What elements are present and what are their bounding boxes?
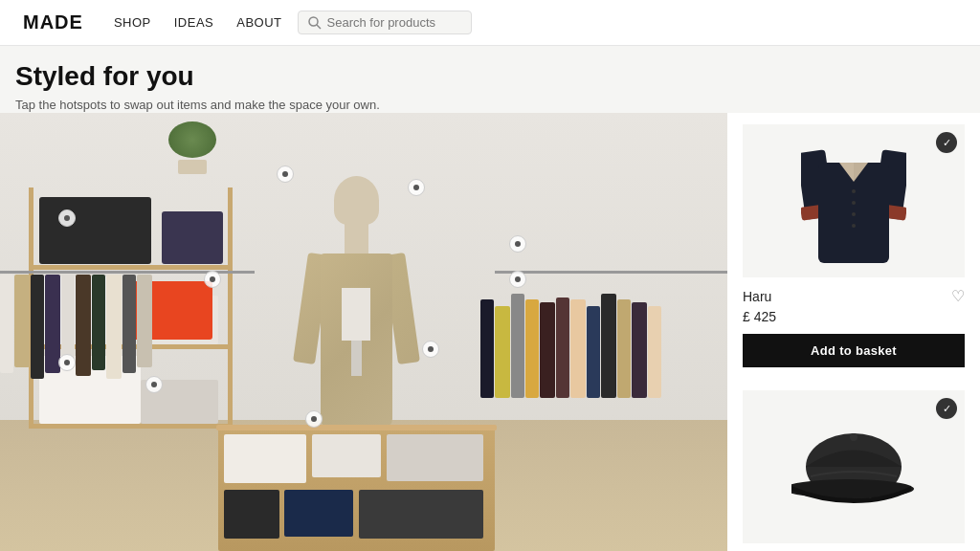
- nav-ideas[interactable]: IDEAS: [174, 15, 214, 30]
- plant-pot: [178, 160, 207, 174]
- rgarment-3: [511, 294, 524, 398]
- rgarment-12: [648, 306, 661, 398]
- table-item-2: [312, 434, 381, 477]
- cap-svg: [791, 424, 916, 510]
- hanging-clothes-right: [480, 275, 727, 397]
- hotspot-10[interactable]: [509, 271, 526, 288]
- mannequin-jacket: [321, 253, 391, 429]
- mannequin-shirt: [342, 288, 370, 341]
- svg-point-11: [852, 212, 856, 216]
- product-2-badge: ✓: [936, 398, 957, 419]
- hotspot-7[interactable]: [145, 376, 163, 393]
- image-area: [0, 113, 727, 551]
- wishlist-icon-1[interactable]: ♡: [951, 287, 965, 305]
- product-1-price: £ 425: [743, 309, 965, 324]
- svg-point-15: [850, 433, 858, 441]
- mannequin-head: [334, 176, 379, 224]
- center-mannequin: [305, 209, 407, 429]
- rack-bar-right: [495, 271, 727, 274]
- garment-6: [76, 275, 91, 375]
- main-layout: ✓ Haru ♡ £ 425 Add to basket: [0, 113, 980, 551]
- rgarment-1: [480, 299, 494, 398]
- rgarment-6: [556, 298, 569, 398]
- table-item-1: [224, 434, 307, 483]
- mannequin-neck: [345, 220, 369, 253]
- product-image-2: ✓: [743, 390, 965, 543]
- garment-8: [106, 275, 122, 379]
- hotspot-3[interactable]: [408, 179, 425, 196]
- main-nav: SHOP IDEAS ABOUT: [114, 15, 282, 30]
- garment-1: [0, 275, 13, 373]
- folded-item-1: [39, 197, 151, 265]
- search-bar[interactable]: [298, 11, 472, 34]
- product-1-name: Haru: [743, 289, 771, 304]
- table-item-3: [387, 434, 483, 481]
- product-card-1: ✓ Haru ♡ £ 425 Add to basket: [743, 124, 965, 375]
- hotspot-6[interactable]: [58, 354, 76, 371]
- shelf-h3: [29, 424, 233, 429]
- rgarment-10: [617, 299, 631, 398]
- product-image-1: ✓: [743, 124, 965, 277]
- garment-4: [45, 275, 60, 373]
- page-title: Styled for you: [15, 61, 965, 92]
- hanging-clothes-left: [0, 275, 255, 397]
- table-item-dark: [224, 490, 279, 539]
- svg-point-10: [852, 201, 856, 205]
- shelf-h1: [29, 265, 233, 270]
- logo[interactable]: MADE: [23, 11, 83, 33]
- nav-about[interactable]: ABOUT: [236, 15, 281, 30]
- plant-leaves: [168, 121, 216, 158]
- mannequin-tie: [351, 341, 361, 376]
- table-item-blue: [284, 490, 353, 537]
- rgarment-9: [601, 294, 616, 398]
- plant-decoration: [174, 121, 211, 174]
- garment-7: [92, 275, 105, 370]
- garment-3: [31, 275, 44, 379]
- header: MADE SHOP IDEAS ABOUT: [0, 0, 980, 46]
- store-scene: [0, 113, 727, 551]
- svg-point-0: [309, 17, 318, 26]
- rgarment-2: [495, 306, 510, 398]
- svg-line-1: [317, 25, 321, 29]
- nav-shop[interactable]: SHOP: [114, 15, 151, 30]
- hotspot-8[interactable]: [422, 341, 439, 358]
- search-input[interactable]: [327, 15, 461, 30]
- product-card-2: ✓ Haru ♡ £ 425 Add to basket: [743, 390, 965, 551]
- display-table: [218, 429, 495, 551]
- svg-point-12: [852, 224, 856, 228]
- garment-10: [137, 275, 152, 366]
- add-to-basket-1[interactable]: Add to basket: [743, 334, 965, 367]
- product-panel: ✓ Haru ♡ £ 425 Add to basket: [727, 113, 980, 551]
- rgarment-4: [525, 299, 539, 398]
- hero-section: Styled for you Tap the hotspots to swap …: [0, 46, 980, 113]
- product-1-badge: ✓: [936, 132, 957, 153]
- rgarment-11: [632, 302, 647, 398]
- svg-point-9: [852, 189, 856, 193]
- table-item-grey: [359, 490, 483, 539]
- garment-2: [14, 275, 30, 366]
- shirt-svg: [801, 134, 906, 268]
- hotspot-2[interactable]: [277, 165, 294, 183]
- rgarment-5: [540, 302, 555, 398]
- hotspot-1[interactable]: [58, 209, 76, 227]
- rgarment-8: [587, 306, 600, 398]
- hotspot-4[interactable]: [204, 271, 221, 288]
- hero-subtitle: Tap the hotspots to swap out items and m…: [15, 98, 965, 112]
- product-1-meta: Haru ♡: [743, 287, 965, 305]
- garment-9: [122, 275, 136, 373]
- search-icon: [308, 16, 322, 30]
- rgarment-7: [570, 299, 586, 398]
- folded-item-2: [162, 211, 223, 264]
- display-table-top: [216, 425, 497, 430]
